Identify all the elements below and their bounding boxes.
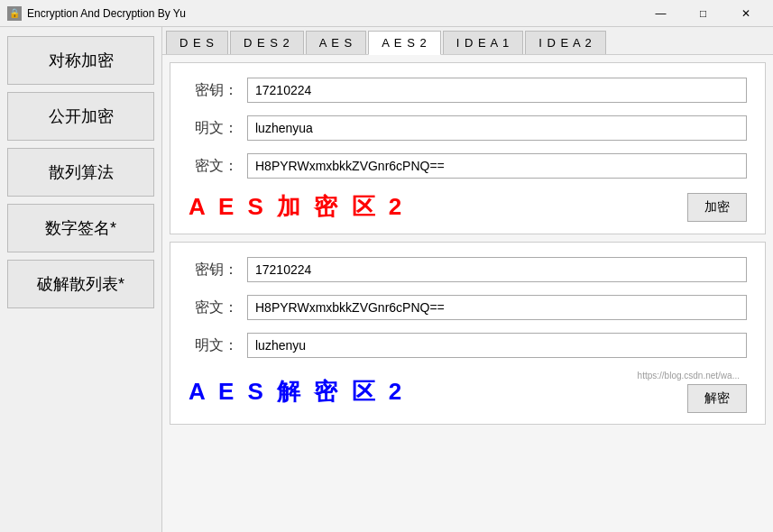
content-area: D E S D E S 2 A E S A E S 2 I D E A 1 I … bbox=[162, 27, 773, 532]
encrypt-ciphertext-input[interactable] bbox=[247, 153, 747, 179]
tab-bar: D E S D E S 2 A E S A E S 2 I D E A 1 I … bbox=[162, 27, 773, 55]
decrypt-key-label: 密钥： bbox=[189, 261, 238, 280]
decrypt-button[interactable]: 解密 bbox=[687, 384, 747, 413]
sidebar-item-signature[interactable]: 数字签名* bbox=[7, 204, 154, 252]
sidebar: 对称加密 公开加密 散列算法 数字签名* 破解散列表* bbox=[0, 27, 162, 532]
decrypt-ciphertext-input[interactable] bbox=[247, 295, 747, 320]
maximize-button[interactable]: □ bbox=[683, 0, 723, 27]
decrypt-plaintext-label: 明文： bbox=[189, 336, 238, 355]
app-icon: 🔒 bbox=[7, 6, 22, 21]
encrypt-plaintext-input[interactable] bbox=[247, 115, 747, 141]
decrypt-key-input[interactable] bbox=[247, 257, 747, 282]
decrypt-plaintext-row: 明文： bbox=[189, 333, 747, 358]
window-controls: — □ ✕ bbox=[640, 0, 766, 27]
encrypt-plaintext-row: 明文： bbox=[189, 115, 747, 141]
decrypt-key-row: 密钥： bbox=[189, 257, 747, 282]
minimize-button[interactable]: — bbox=[640, 0, 681, 27]
encrypt-ciphertext-row: 密文： bbox=[189, 153, 747, 179]
encrypt-section-title: A E S 加 密 区 2 bbox=[189, 191, 405, 223]
tab-des2[interactable]: D E S 2 bbox=[230, 31, 304, 54]
panels: 密钥： 明文： 密文： A E S 加 密 区 2 加密 bbox=[162, 55, 773, 532]
sidebar-item-symmetric[interactable]: 对称加密 bbox=[7, 36, 154, 85]
encrypt-section: 密钥： 明文： 密文： A E S 加 密 区 2 加密 bbox=[170, 62, 766, 234]
tab-idea2[interactable]: I D E A 2 bbox=[525, 31, 606, 54]
decrypt-ciphertext-label: 密文： bbox=[189, 298, 238, 317]
decrypt-ciphertext-row: 密文： bbox=[189, 295, 747, 320]
main-content: 对称加密 公开加密 散列算法 数字签名* 破解散列表* D E S D E S … bbox=[0, 27, 773, 532]
titlebar: 🔒 Encryption And Decryption By Yu — □ ✕ bbox=[0, 0, 773, 27]
encrypt-key-row: 密钥： bbox=[189, 78, 747, 103]
sidebar-item-crack[interactable]: 破解散列表* bbox=[7, 260, 154, 308]
window-title: Encryption And Decryption By Yu bbox=[27, 7, 640, 20]
encrypt-key-label: 密钥： bbox=[189, 81, 238, 100]
close-button[interactable]: ✕ bbox=[725, 0, 766, 27]
tab-aes2[interactable]: A E S 2 bbox=[368, 31, 440, 55]
watermark: https://blog.csdn.net/wa... bbox=[638, 371, 747, 382]
sidebar-item-hash[interactable]: 散列算法 bbox=[7, 148, 154, 197]
sidebar-item-public[interactable]: 公开加密 bbox=[7, 92, 154, 141]
decrypt-footer: A E S 解 密 区 2 https://blog.csdn.net/wa..… bbox=[189, 371, 747, 413]
encrypt-button[interactable]: 加密 bbox=[687, 193, 747, 222]
tab-des[interactable]: D E S bbox=[166, 31, 228, 54]
encrypt-key-input[interactable] bbox=[247, 78, 747, 103]
encrypt-plaintext-label: 明文： bbox=[189, 119, 238, 138]
tab-aes[interactable]: A E S bbox=[306, 31, 367, 54]
encrypt-footer: A E S 加 密 区 2 加密 bbox=[189, 191, 747, 223]
tab-idea1[interactable]: I D E A 1 bbox=[443, 31, 524, 54]
decrypt-plaintext-input[interactable] bbox=[247, 333, 747, 358]
decrypt-section-title: A E S 解 密 区 2 bbox=[189, 376, 405, 408]
encrypt-ciphertext-label: 密文： bbox=[189, 157, 238, 176]
decrypt-section: 密钥： 密文： 明文： A E S 解 密 区 2 https://blog.c… bbox=[170, 242, 766, 425]
